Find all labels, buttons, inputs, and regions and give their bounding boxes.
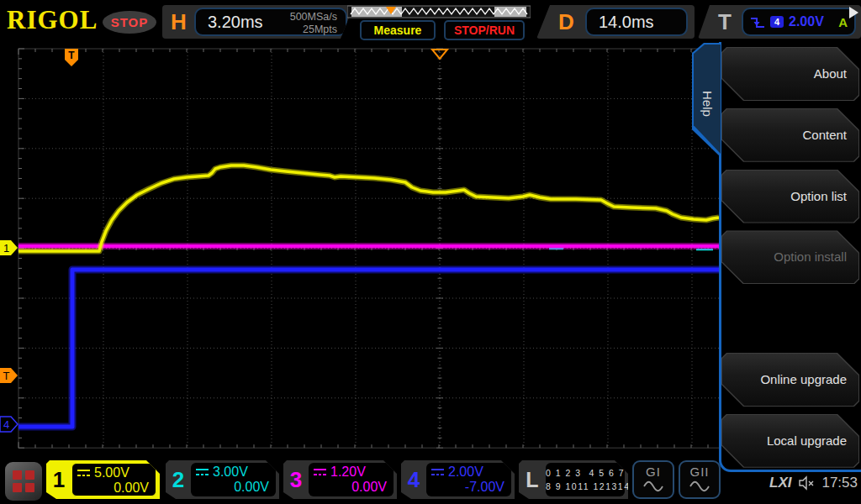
horizontal-scale-control[interactable]: H 3.20ms 500MSa/s 25Mpts [162, 5, 354, 39]
generator-1-box[interactable]: GI [632, 460, 674, 499]
generator-2-label: GII [680, 462, 719, 480]
run-state-badge: STOP [103, 11, 156, 34]
delay-label: D [558, 5, 574, 39]
channel-3-values: 1.20V 0.00V [309, 463, 394, 496]
trigger-control[interactable]: T 4 2.00V A [698, 5, 861, 39]
sine-wave-icon [689, 480, 710, 492]
dc-coupling-icon [314, 468, 326, 477]
trigger-mode: A [838, 15, 848, 29]
logic-channels: 0 1 2 3 4 5 6 7 8 9 1011 12131415 [546, 463, 625, 496]
logic-row-8-15: 8 9 1011 12131415 [546, 480, 625, 493]
menu-arrow-icon[interactable] [849, 7, 858, 18]
menu-grid-icon [25, 470, 34, 480]
menu-item-label: Option list [722, 171, 858, 223]
menu-grid-icon [13, 470, 22, 480]
generator-1-label: GI [634, 462, 673, 480]
memory-depth: 25Mpts [290, 24, 337, 36]
channel-3-offset: 0.00V [314, 480, 387, 495]
channel-2-offset: 0.00V [196, 480, 269, 495]
channel-4-number: 4 [401, 460, 426, 499]
main-menu-button[interactable] [5, 462, 42, 501]
lxi-status: LXI [769, 475, 791, 491]
logic-label: L [519, 460, 546, 499]
sample-rate: 500MSa/s [290, 11, 337, 24]
channel-3-number: 3 [283, 460, 309, 499]
channel-2-values: 3.00V 0.00V [191, 463, 276, 496]
acquisition-info: 500MSa/s 25Mpts [290, 11, 337, 36]
dc-coupling-icon [431, 468, 444, 477]
channel-3-scale: 1.20V [330, 465, 366, 480]
trigger-level-value: 2.00V [789, 14, 824, 29]
menu-item-content[interactable]: Content [721, 108, 859, 162]
clock: 17:53 [821, 475, 858, 491]
status-right: LXI 17:53 [740, 470, 858, 496]
channel-4-scale: 2.00V [448, 465, 483, 480]
delay-control[interactable]: D 14.0ms [536, 5, 695, 39]
sine-wave-icon [642, 480, 664, 492]
menu-item-label: Local upgrade [722, 415, 858, 467]
menu-item-about[interactable]: About [721, 47, 859, 101]
oscilloscope-screen: T1T4 RIGOL STOP H 3.20ms 500MSa/s 25Mpts… [0, 0, 861, 504]
channel-3-box[interactable]: 3 1.20V 0.00V [283, 460, 397, 499]
channel-4-offset: -7.00V [431, 480, 504, 495]
menu-item-option-install[interactable]: Option install [721, 230, 859, 284]
svg-text:T: T [3, 370, 10, 382]
dc-coupling-icon [196, 468, 209, 477]
trigger-label: T [718, 5, 732, 39]
menu-item-label: Option install [722, 231, 858, 283]
speaker-muted-icon[interactable] [798, 475, 815, 491]
channel-1-number: 1 [46, 460, 71, 499]
menu-item-online-upgrade[interactable]: Online upgrade [721, 353, 859, 407]
channel-4-box[interactable]: 4 2.00V -7.00V [401, 460, 515, 499]
menu-item-local-upgrade[interactable]: Local upgrade [721, 414, 859, 468]
svg-text:T: T [68, 50, 75, 61]
menu-grid-icon [25, 483, 34, 492]
channel-1-offset: 0.00V [77, 480, 149, 496]
channel-1-scale: 5.00V [94, 465, 129, 480]
logic-analyzer-box[interactable]: L 0 1 2 3 4 5 6 7 8 9 1011 12131415 [519, 460, 628, 499]
help-tab-label: Help [700, 82, 715, 117]
logic-row-0-7: 0 1 2 3 4 5 6 7 [546, 466, 625, 480]
channel-2-scale: 3.00V [213, 465, 248, 480]
svg-text:4: 4 [3, 418, 9, 431]
menu-item-option-list[interactable]: Option list [721, 170, 859, 223]
falling-edge-icon [748, 14, 767, 31]
menu-item-label: Online upgrade [722, 354, 858, 406]
timebase-value: 3.20ms [208, 13, 263, 32]
top-bar: RIGOL STOP H 3.20ms 500MSa/s 25Mpts Meas… [0, 0, 861, 42]
delay-value: 14.0ms [599, 13, 654, 32]
channel-1-box[interactable]: 1 5.00V 0.00V [46, 460, 160, 499]
menu-item-label: About [722, 48, 858, 100]
channel-1-values: 5.00V 0.00V [71, 463, 156, 496]
channel-2-number: 2 [166, 460, 191, 499]
rigol-logo: RIGOL [7, 5, 98, 35]
delay-position-marker [432, 50, 447, 59]
horizontal-value-box: 3.20ms 500MSa/s 25Mpts [194, 8, 347, 36]
trigger-source-badge: 4 [770, 16, 784, 28]
horizontal-label: H [171, 5, 187, 39]
stop-run-button[interactable]: STOP/RUN [444, 20, 525, 40]
dc-coupling-icon [77, 469, 90, 478]
channel-2-box[interactable]: 2 3.00V 0.00V [166, 460, 279, 499]
trigger-value-box: 4 2.00V A [742, 8, 856, 36]
svg-text:1: 1 [3, 242, 9, 255]
channel-4-values: 2.00V -7.00V [426, 463, 511, 496]
memory-position-bar[interactable] [347, 5, 531, 18]
menu-grid-icon [13, 483, 22, 492]
generator-2-box[interactable]: GII [679, 460, 721, 499]
delay-value-box: 14.0ms [585, 8, 688, 36]
menu-item-label: Content [722, 109, 858, 161]
measure-button[interactable]: Measure [360, 20, 436, 40]
